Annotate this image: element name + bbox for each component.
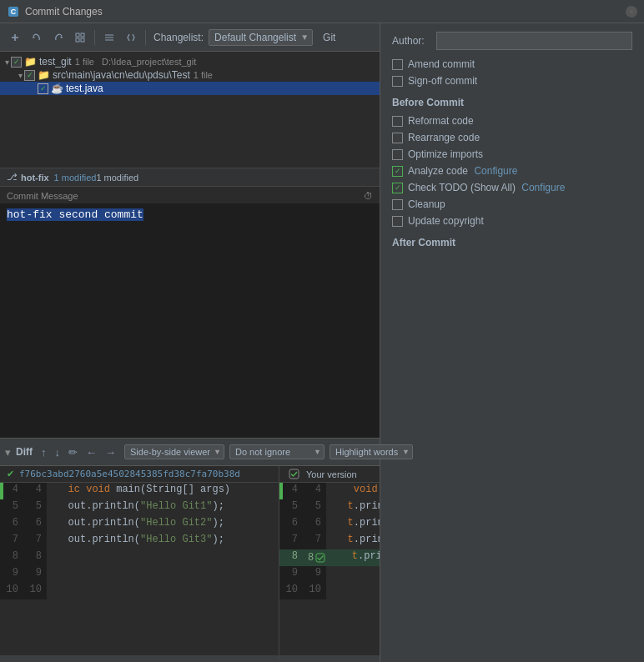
changelist-select[interactable]: Default Changelist xyxy=(209,29,313,46)
viewer-dropdown[interactable]: Side-by-side viewer Unified viewer xyxy=(124,444,224,459)
optimize-imports-row: Optimize imports xyxy=(392,148,632,160)
diff-left-scrollbar[interactable] xyxy=(0,655,279,662)
line-num-left-9: 9 xyxy=(0,566,23,583)
cleanup-checkbox[interactable] xyxy=(392,199,403,210)
author-row: Author: xyxy=(392,32,632,50)
diff-left-btn[interactable]: ← xyxy=(83,444,100,460)
diff-down-btn[interactable]: ↓ xyxy=(52,444,64,460)
tree-item-file[interactable]: ▾ ✓ ☕ test.java xyxy=(0,82,380,95)
analyze-code-row: ✓ Analyze code Configure xyxy=(392,165,632,177)
folder-icon-root: 📁 xyxy=(24,56,37,68)
tree-item-extra-root: 1 file D:\Idea_project\test_git xyxy=(75,57,197,67)
update-copyright-row: Update copyright xyxy=(392,215,632,227)
line-num-left-9b: 9 xyxy=(23,566,47,583)
diff-line-right-4: 4 4 void main(String[] args) xyxy=(279,483,380,499)
analyze-code-checkbox[interactable]: ✓ xyxy=(392,166,403,177)
diff-nav-buttons: ↑ ↓ ✏ ← → xyxy=(38,444,119,460)
window-title: Commit Changes xyxy=(25,6,626,18)
line-num-left-5b: 5 xyxy=(23,499,47,516)
after-commit-header: After Commit xyxy=(392,237,632,248)
line-num-right-10b: 10 xyxy=(303,583,326,599)
diff-line-right-6: 6 6 t.println("Hello Git2"); xyxy=(279,516,380,533)
svg-rect-3 xyxy=(81,33,84,37)
diff-line-left-5: 5 5 out.println("Hello Git1"); xyxy=(0,499,279,516)
line-num-left-5: 5 xyxy=(0,499,23,516)
analyze-code-configure-link[interactable]: Configure xyxy=(474,165,517,177)
toolbar: Changelist: Default Changelist ▼ Git xyxy=(0,23,380,52)
rearrange-code-label: Rearrange code xyxy=(408,132,480,143)
tree-item-name-root: test_git xyxy=(39,56,72,68)
line-num-left-8: 8 xyxy=(0,549,23,566)
commit-msg-label: Commit Message xyxy=(7,191,78,201)
diff-right-checkbox[interactable] xyxy=(286,469,301,479)
diff-line-left-6: 6 6 out.println("Hello Git2"); xyxy=(0,516,279,533)
commit-message-area[interactable]: hot-fix second commit xyxy=(0,203,380,438)
diff-collapse-btn[interactable]: ▾ xyxy=(5,446,11,459)
line-num-left-10b: 10 xyxy=(23,583,47,599)
line-content-right-9 xyxy=(326,566,380,583)
diff-edit-btn[interactable]: ✏ xyxy=(65,444,81,460)
toolbar-separator-2 xyxy=(145,30,146,45)
group-button[interactable] xyxy=(70,28,90,48)
check-todo-configure-link[interactable]: Configure xyxy=(521,182,565,193)
amend-commit-row: Amend commit xyxy=(392,58,632,70)
left-panel: Changelist: Default Changelist ▼ Git ▾ ✓… xyxy=(0,23,380,662)
diff-line-right-9: 9 9 xyxy=(279,566,380,583)
checkbox-file[interactable]: ✓ xyxy=(38,83,48,94)
update-copyright-checkbox[interactable] xyxy=(392,216,403,227)
line-num-right-9: 9 xyxy=(279,566,303,583)
line-num-right-5b: 5 xyxy=(303,499,326,516)
line-content-right-8: t.println("hot-fix test"); xyxy=(330,549,380,566)
undo-button[interactable] xyxy=(27,28,47,48)
svg-rect-2 xyxy=(76,33,79,37)
reformat-code-label: Reformat code xyxy=(408,115,474,127)
diff-left-panel: ✔ f76bc3abd2760a5e4502845385fd38c7fa70b3… xyxy=(0,466,279,662)
highlight-dropdown[interactable]: Highlight words Highlight chars No highl… xyxy=(330,444,413,459)
git-tab[interactable]: Git xyxy=(323,32,335,43)
line-num-right-4b: 4 xyxy=(303,483,326,499)
line-num-right-6b: 6 xyxy=(303,516,326,533)
optimize-imports-checkbox[interactable] xyxy=(392,149,403,160)
diff-right-code[interactable]: 4 4 void main(String[] args) 5 5 t.print… xyxy=(279,483,380,655)
line-content-left-10 xyxy=(47,583,279,599)
tree-item-root[interactable]: ▾ ✓ 📁 test_git 1 file D:\Idea_project\te… xyxy=(0,55,380,68)
svg-text:C: C xyxy=(11,8,17,16)
expand-arrow-root: ▾ xyxy=(5,58,9,67)
close-button[interactable]: × xyxy=(626,6,637,18)
diff-left-hash: f76bc3abd2760a5e4502845385fd38c7fa70b38d xyxy=(19,469,240,479)
diff-section: ▾ Diff ↑ ↓ ✏ ← → Side-by-side viewer Uni… xyxy=(0,438,380,662)
ignore-dropdown-wrapper: Do not ignore Ignore whitespace ▼ xyxy=(229,444,325,459)
ignore-dropdown[interactable]: Do not ignore Ignore whitespace xyxy=(229,444,325,459)
diff-left-code[interactable]: 4 4 ic void main(String[] args) 5 5 out.… xyxy=(0,483,279,655)
tree-item-src[interactable]: ▾ ✓ 📁 src\main\java\cn\edu\pdsu\Test 1 f… xyxy=(0,68,380,82)
diff-up-btn[interactable]: ↑ xyxy=(38,444,50,460)
diff-content: ✔ f76bc3abd2760a5e4502845385fd38c7fa70b3… xyxy=(0,466,380,662)
reformat-code-checkbox[interactable] xyxy=(392,116,403,127)
line-num-left-4b: 4 xyxy=(23,483,47,499)
checkbox-src[interactable]: ✓ xyxy=(24,70,35,81)
commit-message-text[interactable]: hot-fix second commit xyxy=(7,208,143,221)
author-input[interactable] xyxy=(436,32,632,50)
checkbox-root[interactable]: ✓ xyxy=(11,57,22,68)
diff-right-btn[interactable]: → xyxy=(102,444,119,460)
svg-rect-5 xyxy=(81,38,84,42)
collapse-button[interactable] xyxy=(99,28,119,48)
add-button[interactable] xyxy=(5,28,25,48)
line-content-left-7: out.println("Hello Git3"); xyxy=(47,533,279,549)
diff-right-header: Your version xyxy=(279,466,380,483)
line-num-right-7: 7 xyxy=(279,533,303,549)
rearrange-code-checkbox[interactable] xyxy=(392,133,403,143)
diff-left-green-bar xyxy=(0,483,3,499)
check-todo-checkbox[interactable]: ✓ xyxy=(392,183,403,193)
redo-button[interactable] xyxy=(48,28,68,48)
toolbar-separator xyxy=(94,30,95,45)
move-button[interactable] xyxy=(121,28,141,48)
git-options-section: Author: Amend commit Sign-off commit Bef… xyxy=(380,23,644,263)
line-content-right-5: t.println("Hello Git1"); xyxy=(326,499,380,516)
diff-right-scrollbar[interactable] xyxy=(279,655,380,662)
amend-commit-checkbox[interactable] xyxy=(392,59,403,70)
signoff-commit-checkbox[interactable] xyxy=(392,76,403,87)
branch-indicator: ⎇ hot-fix 1 modified 1 modified xyxy=(0,168,380,187)
line-content-right-7: t.println("Hello Git3"); xyxy=(326,533,380,549)
branch-name: hot-fix xyxy=(21,173,49,183)
